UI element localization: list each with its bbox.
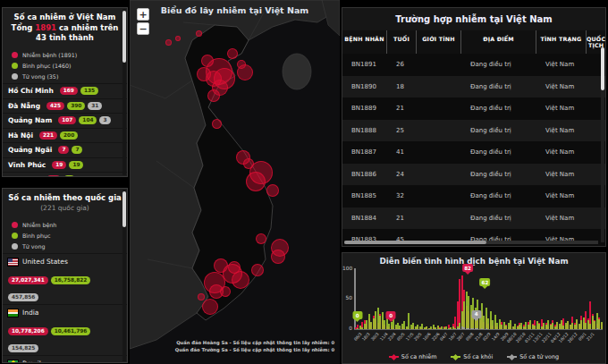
infection-bubble <box>198 293 205 301</box>
legend-label: Nhiễm bệnh (1891) <box>22 52 77 58</box>
cell-3: Đang điều trị <box>461 83 536 90</box>
table-title: Trường hợp nhiễm tại Việt Nam <box>342 14 605 24</box>
country-row[interactable]: United States27,027,34116,758,822457,856 <box>3 253 127 304</box>
cell-1: 32 <box>387 192 417 199</box>
cell-1: 41 <box>387 148 417 156</box>
country-header: United States <box>8 257 122 267</box>
recovered-badge: 104 <box>79 116 97 124</box>
cell-0: BN1884 <box>342 215 387 222</box>
subtitle-prefix: Tổng <box>12 23 33 32</box>
province-name: Quảng Nam <box>8 116 52 124</box>
legend-item: Bình phục (1460) <box>12 60 127 71</box>
cell-3: Đang điều trị <box>461 215 536 222</box>
country-header: Brazil <box>8 359 122 363</box>
table-row[interactable]: BN189018Đang điều trịViệt Nam <box>342 76 605 98</box>
column-header-1[interactable]: TUỔI <box>387 30 417 54</box>
chart-legend-item[interactable]: Số ca khỏi <box>451 353 493 360</box>
table-row[interactable]: BN189126Đang điều trịViệt Nam <box>342 54 605 76</box>
cell-1: 24 <box>387 171 417 178</box>
cell-0: BN1885 <box>342 192 387 199</box>
country-count: (221 quốc gia) <box>40 204 89 212</box>
legend-dot <box>12 233 18 239</box>
x-axis <box>354 329 603 330</box>
province-row[interactable]: Tây Ninh117 <box>3 172 127 177</box>
table-body: BN189126Đang điều trịViệt NamBN189018Đan… <box>342 54 605 247</box>
province-row[interactable]: Hà Nội221200 <box>3 128 127 143</box>
scrollbar-thumb[interactable] <box>122 191 126 227</box>
province-row[interactable]: Quảng Nam1071043 <box>3 113 127 128</box>
vietnam-map[interactable]: Biểu đồ lây nhiễm tại Việt Nam + − Quần … <box>130 0 340 364</box>
cell-0: BN1886 <box>342 171 387 178</box>
chart-legend: Số ca nhiễmSố ca khỏiSố ca tử vong <box>342 353 605 360</box>
chart-legend-item[interactable]: Số ca tử vong <box>507 353 559 360</box>
zoom-out-button[interactable]: − <box>137 22 149 35</box>
table-row[interactable]: BN188624Đang điều trịViệt Nam <box>342 164 605 186</box>
table-row[interactable]: BN188345Đang điều trịViệt Nam <box>342 229 605 247</box>
y-tick-0: 0 <box>342 326 352 331</box>
deaths-badge: 3 <box>99 116 110 124</box>
legend-marker-icon <box>389 356 399 358</box>
province-row[interactable]: Hồ Chí Minh169135 <box>3 83 127 98</box>
infection-bubble <box>220 286 231 297</box>
cell-1: 18 <box>387 83 417 90</box>
infection-bubble <box>196 30 202 37</box>
cell-0: BN1891 <box>342 61 387 68</box>
table-row[interactable]: BN188532Đang điều trịViệt Nam <box>342 185 605 207</box>
scrollbar-thumb[interactable] <box>601 47 604 90</box>
infected-badge: 10,778,206 <box>8 327 48 335</box>
zoom-in-button[interactable]: + <box>137 8 149 21</box>
legend-label: Số ca tử vong <box>519 353 559 360</box>
country-name: United States <box>22 258 68 266</box>
province-row[interactable]: Quảng Ngãi77 <box>3 142 127 157</box>
panel-scrollbar[interactable] <box>122 190 126 361</box>
infected-badge: 27,027,341 <box>8 276 48 284</box>
legend-dot <box>12 63 18 69</box>
country-cases-panel: Số ca nhiễm theo quốc gia (221 quốc gia)… <box>2 188 128 363</box>
legend-label: Nhiễm bệnh <box>22 222 56 228</box>
province-name: Hà Nội <box>8 131 33 140</box>
scrollbar-thumb[interactable] <box>122 11 126 63</box>
cell-3: Đang điều trị <box>461 61 536 68</box>
recovered-badge: 200 <box>60 131 78 140</box>
column-header-3[interactable]: ĐỊA ĐIỂM <box>461 30 536 54</box>
province-row[interactable]: Đà Nẵng42539031 <box>3 98 127 114</box>
map-zoom-controls: + − <box>137 8 149 37</box>
table-horizontal-scrollbar[interactable] <box>344 241 598 244</box>
infection-bubble <box>256 233 266 244</box>
cell-1: 26 <box>387 61 417 68</box>
cell-3: Đang điều trị <box>461 127 536 134</box>
infection-bubble <box>165 39 172 46</box>
table-vertical-scrollbar[interactable] <box>601 47 604 242</box>
country-name: Brazil <box>22 360 41 363</box>
truong-sa-note: Quần đảo Trường Sa - Số liệu cập nhật th… <box>175 346 334 353</box>
infection-bubble <box>237 60 246 69</box>
country-panel-title: Số ca nhiễm theo quốc gia <box>8 193 122 202</box>
recovered-badge: 135 <box>80 87 98 95</box>
column-header-4[interactable]: TÌNH TRẠNG <box>536 30 587 54</box>
table-row[interactable]: BN188741Đang điều trịViệt Nam <box>342 141 605 164</box>
cell-3: Đang điều trị <box>461 148 536 156</box>
table-row[interactable]: BN188825Đang điều trịViệt Nam <box>342 120 605 142</box>
country-row[interactable]: India10,778,20610,461,796154,825 <box>3 304 127 355</box>
country-list: United States27,027,34116,758,822457,856… <box>3 253 127 363</box>
legend-item: Tử vong <box>12 241 127 251</box>
status-legend: Nhiễm bệnh (1891)Bình phục (1460)Tử vong… <box>12 49 127 81</box>
infected-badge: 11 <box>46 175 61 177</box>
hoang-sa-note: Quần đảo Hoàng Sa - Số liệu cập nhật thô… <box>175 339 334 346</box>
infected-badge: 107 <box>58 116 76 124</box>
us-flag-icon <box>8 258 18 266</box>
province-row[interactable]: Vĩnh Phúc1919 <box>3 157 127 173</box>
panel-scrollbar[interactable] <box>122 9 126 175</box>
country-row[interactable]: Brazil9,286,2568,368,929226,383 <box>3 355 127 363</box>
column-header-2[interactable]: GIỚI TÍNH <box>417 30 461 54</box>
epidemic-chart-panel: Diễn biến tình hình dịch bệnh tại Việt N… <box>342 252 606 364</box>
cell-4: Việt Nam <box>536 215 587 222</box>
cell-0: BN1888 <box>342 127 387 134</box>
status-legend: Nhiễm bệnhBình phụcTử vong <box>12 219 127 251</box>
column-header-0[interactable]: BỆNH NHÂN <box>342 30 387 54</box>
chart-legend-item[interactable]: Số ca nhiễm <box>389 353 437 360</box>
scrollbar-thumb[interactable] <box>344 241 486 244</box>
table-row[interactable]: BN188421Đang điều trịViệt Nam <box>342 207 605 230</box>
table-row[interactable]: BN188921Đang điều trịViệt Nam <box>342 97 605 120</box>
infected-badge: 19 <box>52 161 66 169</box>
